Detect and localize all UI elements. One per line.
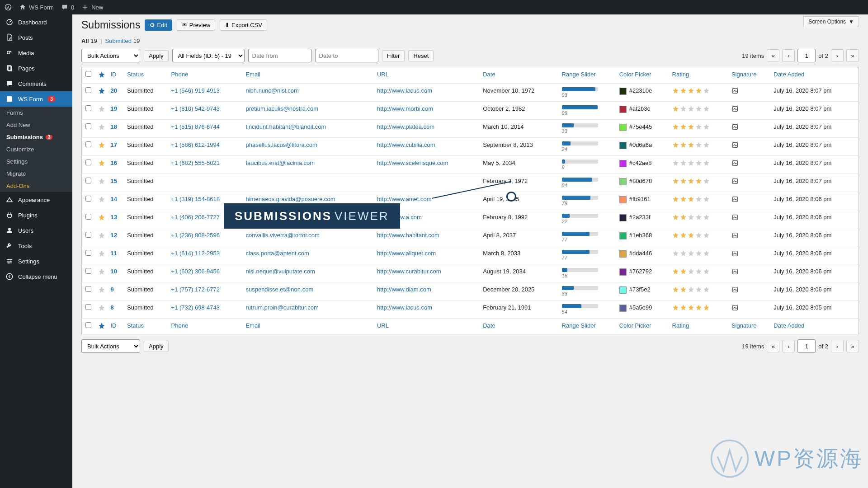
submission-id-link[interactable]: 14 — [111, 196, 117, 202]
menu-tools[interactable]: Tools — [0, 238, 72, 253]
menu-wsform[interactable]: WS Form3 — [0, 91, 72, 107]
star-icon[interactable] — [95, 174, 108, 192]
url-link[interactable]: http://www.lacus.com — [377, 87, 432, 94]
url-link[interactable]: http://www.aliquet.com — [377, 250, 436, 257]
star-icon[interactable] — [95, 228, 108, 246]
page-first[interactable]: « — [767, 49, 779, 62]
email-link[interactable]: himenaeos.gravida@posuere.com — [245, 196, 335, 202]
url-link[interactable]: http://www.curabitur.com — [377, 268, 441, 275]
select-all-checkbox[interactable] — [85, 71, 91, 77]
fields-select[interactable]: All Fields (ID: 5) - 19 records — [172, 49, 245, 62]
submenu-add-new[interactable]: Add New — [0, 119, 72, 131]
email-link[interactable]: tincidunt.habitant@blandit.com — [245, 123, 326, 130]
page-prev-bottom[interactable]: ‹ — [782, 340, 795, 352]
column-header[interactable]: Date — [480, 319, 559, 335]
star-icon[interactable] — [95, 120, 108, 138]
column-header[interactable]: ID — [108, 67, 125, 84]
page-first-bottom[interactable]: « — [767, 340, 779, 352]
submenu-forms[interactable]: Forms — [0, 107, 72, 119]
url-link[interactable]: http://www.morbi.com — [377, 105, 433, 112]
menu-settings[interactable]: Settings — [0, 253, 72, 269]
phone-link[interactable]: +1 (236) 808-2596 — [171, 232, 220, 239]
url-link[interactable]: http://www.lacus.com — [377, 304, 432, 311]
row-checkbox[interactable] — [85, 232, 91, 238]
page-current-input[interactable] — [797, 49, 816, 62]
row-checkbox[interactable] — [85, 178, 91, 183]
site-name[interactable]: WS Form — [19, 4, 54, 11]
menu-collapse[interactable]: Collapse menu — [0, 269, 72, 284]
row-checkbox[interactable] — [85, 268, 91, 274]
column-header[interactable]: Rating — [670, 67, 729, 84]
phone-link[interactable]: +1 (515) 876-6744 — [171, 123, 220, 130]
phone-link[interactable]: +1 (757) 172-6772 — [171, 286, 220, 293]
url-link[interactable]: http://www.diam.com — [377, 286, 431, 293]
bulk-actions-select-bottom[interactable]: Bulk Actions — [81, 339, 140, 353]
wp-logo-icon[interactable] — [5, 4, 12, 11]
column-header[interactable]: Signature — [729, 319, 771, 335]
page-next-bottom[interactable]: › — [831, 340, 844, 352]
signature-cell[interactable] — [729, 300, 771, 319]
submission-id-link[interactable]: 20 — [111, 87, 117, 94]
bulk-actions-select[interactable]: Bulk Actions — [81, 49, 140, 62]
date-from-input[interactable] — [248, 49, 311, 62]
star-icon[interactable] — [95, 84, 108, 102]
row-checkbox[interactable] — [85, 286, 91, 292]
signature-cell[interactable] — [729, 192, 771, 210]
star-icon[interactable] — [95, 282, 108, 300]
email-link[interactable]: suspendisse.et@non.com — [245, 286, 313, 293]
signature-cell[interactable] — [729, 138, 771, 156]
email-link[interactable]: faucibus.erat@lacinia.com — [245, 160, 315, 166]
email-link[interactable]: nisl.neque@vulputate.com — [245, 268, 315, 275]
menu-appearance[interactable]: Appearance — [0, 192, 72, 207]
star-icon[interactable] — [95, 192, 108, 210]
submission-id-link[interactable]: 9 — [111, 286, 114, 293]
column-header[interactable]: URL — [374, 67, 480, 84]
menu-users[interactable]: Users — [0, 223, 72, 238]
menu-media[interactable]: Media — [0, 45, 72, 61]
star-icon[interactable] — [95, 264, 108, 282]
submission-id-link[interactable]: 17 — [111, 141, 117, 148]
menu-dashboard[interactable]: Dashboard — [0, 14, 72, 30]
row-checkbox[interactable] — [85, 141, 91, 147]
apply-bulk-button-bottom[interactable]: Apply — [144, 341, 169, 352]
menu-comments[interactable]: Comments — [0, 76, 72, 91]
column-header[interactable]: Range Slider — [559, 319, 617, 335]
page-prev[interactable]: ‹ — [782, 49, 795, 62]
url-link[interactable]: http://www.habitant.com — [377, 232, 439, 239]
submission-id-link[interactable]: 13 — [111, 214, 117, 221]
email-link[interactable]: convallis.viverra@tortor.com — [245, 232, 319, 239]
column-header[interactable]: Email — [243, 67, 374, 84]
submenu-submissions[interactable]: Submissions3 — [0, 131, 72, 143]
email-link[interactable]: rutrum.proin@curabitur.com — [245, 304, 318, 311]
column-header[interactable]: Color Picker — [617, 319, 670, 335]
signature-cell[interactable] — [729, 246, 771, 264]
star-icon[interactable] — [95, 246, 108, 264]
signature-cell[interactable] — [729, 228, 771, 246]
signature-cell[interactable] — [729, 174, 771, 192]
column-header[interactable] — [95, 67, 108, 84]
filter-button[interactable]: Filter — [382, 50, 405, 61]
preview-button[interactable]: 👁 Preview — [177, 19, 215, 31]
column-header[interactable]: Color Picker — [617, 67, 670, 84]
phone-link[interactable]: +1 (682) 555-5021 — [171, 160, 220, 166]
phone-link[interactable]: +1 (810) 542-9743 — [171, 105, 220, 112]
column-header[interactable] — [82, 319, 95, 335]
menu-posts[interactable]: Posts — [0, 30, 72, 45]
row-checkbox[interactable] — [85, 160, 91, 165]
signature-cell[interactable] — [729, 156, 771, 174]
column-header[interactable]: URL — [374, 319, 480, 335]
star-icon[interactable] — [95, 102, 108, 120]
url-link[interactable]: http://www.amet.com — [377, 196, 432, 202]
signature-cell[interactable] — [729, 102, 771, 120]
phone-link[interactable]: +1 (319) 154-8618 — [171, 196, 220, 202]
column-header[interactable]: Phone — [169, 67, 243, 84]
submission-id-link[interactable]: 15 — [111, 178, 117, 184]
submission-id-link[interactable]: 19 — [111, 105, 117, 112]
column-header[interactable]: Rating — [670, 319, 729, 335]
submenu-settings[interactable]: Settings — [0, 155, 72, 168]
signature-cell[interactable] — [729, 120, 771, 138]
row-checkbox[interactable] — [85, 87, 91, 93]
page-next[interactable]: › — [831, 49, 844, 62]
row-checkbox[interactable] — [85, 105, 91, 111]
signature-cell[interactable] — [729, 210, 771, 228]
